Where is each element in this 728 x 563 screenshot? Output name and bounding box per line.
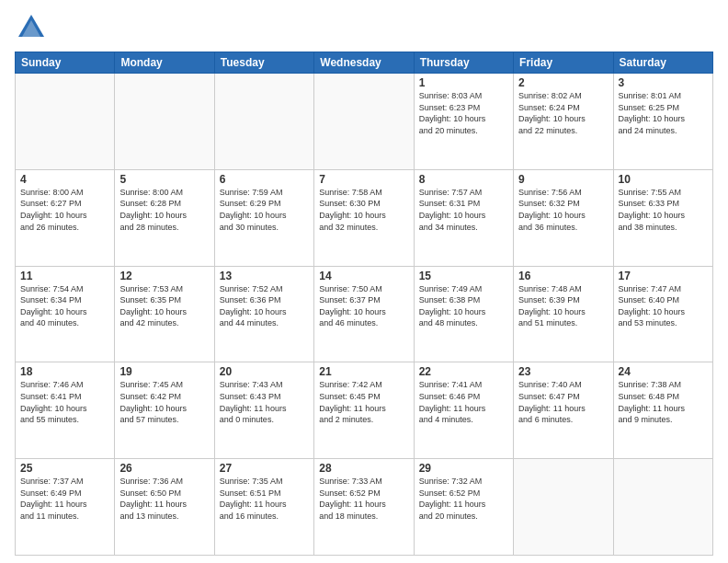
calendar-cell: 23Sunrise: 7:40 AMSunset: 6:47 PMDayligh… [514, 362, 613, 459]
day-number: 24 [619, 365, 708, 378]
day-number: 16 [518, 270, 608, 282]
day-info: Sunrise: 8:03 AMSunset: 6:23 PMDaylight:… [419, 90, 508, 136]
day-info: Sunrise: 7:55 AMSunset: 6:33 PMDaylight:… [619, 187, 708, 233]
calendar-cell: 3Sunrise: 8:01 AMSunset: 6:25 PMDaylight… [613, 74, 712, 170]
day-number: 5 [119, 173, 209, 186]
calendar-cell: 6Sunrise: 7:59 AMSunset: 6:29 PMDaylight… [214, 169, 313, 266]
header [15, 11, 713, 44]
calendar-cell: 5Sunrise: 8:00 AMSunset: 6:28 PMDaylight… [115, 169, 214, 266]
day-number: 18 [20, 365, 109, 378]
day-number: 8 [419, 173, 508, 186]
weekday-header-saturday: Saturday [613, 52, 712, 74]
calendar-cell: 15Sunrise: 7:49 AMSunset: 6:38 PMDayligh… [414, 266, 513, 362]
calendar-cell: 9Sunrise: 7:56 AMSunset: 6:32 PMDaylight… [514, 169, 613, 266]
calendar-cell: 19Sunrise: 7:45 AMSunset: 6:42 PMDayligh… [115, 362, 214, 459]
logo [15, 11, 51, 44]
weekday-header-thursday: Thursday [414, 52, 513, 74]
calendar-cell [314, 74, 414, 170]
calendar-cell: 28Sunrise: 7:33 AMSunset: 6:52 PMDayligh… [314, 459, 414, 556]
weekday-header-friday: Friday [514, 52, 613, 74]
day-info: Sunrise: 8:02 AMSunset: 6:24 PMDaylight:… [518, 90, 608, 136]
day-info: Sunrise: 7:47 AMSunset: 6:40 PMDaylight:… [619, 283, 708, 329]
calendar-cell: 20Sunrise: 7:43 AMSunset: 6:43 PMDayligh… [214, 362, 313, 459]
calendar-cell: 8Sunrise: 7:57 AMSunset: 6:31 PMDaylight… [414, 169, 513, 266]
calendar-week-2: 4Sunrise: 8:00 AMSunset: 6:27 PMDaylight… [16, 169, 713, 266]
day-number: 7 [319, 173, 408, 186]
day-info: Sunrise: 8:01 AMSunset: 6:25 PMDaylight:… [619, 90, 708, 136]
calendar-cell: 21Sunrise: 7:42 AMSunset: 6:45 PMDayligh… [314, 362, 414, 459]
day-number: 27 [220, 462, 309, 475]
day-number: 13 [220, 270, 309, 282]
day-info: Sunrise: 7:43 AMSunset: 6:43 PMDaylight:… [220, 379, 309, 425]
calendar-cell [16, 74, 115, 170]
day-number: 10 [619, 173, 708, 186]
day-info: Sunrise: 7:35 AMSunset: 6:51 PMDaylight:… [220, 476, 309, 522]
day-info: Sunrise: 7:49 AMSunset: 6:38 PMDaylight:… [419, 283, 508, 329]
day-number: 25 [20, 462, 109, 475]
day-info: Sunrise: 7:54 AMSunset: 6:34 PMDaylight:… [20, 283, 109, 329]
day-number: 1 [419, 76, 508, 89]
calendar-cell: 1Sunrise: 8:03 AMSunset: 6:23 PMDaylight… [414, 74, 513, 170]
day-number: 19 [119, 365, 209, 378]
calendar-cell: 16Sunrise: 7:48 AMSunset: 6:39 PMDayligh… [514, 266, 613, 362]
calendar-cell: 11Sunrise: 7:54 AMSunset: 6:34 PMDayligh… [16, 266, 115, 362]
weekday-header-monday: Monday [115, 52, 214, 74]
day-number: 22 [419, 365, 508, 378]
calendar-cell [214, 74, 313, 170]
day-info: Sunrise: 7:59 AMSunset: 6:29 PMDaylight:… [220, 187, 309, 233]
weekday-header-tuesday: Tuesday [214, 52, 313, 74]
calendar-week-3: 11Sunrise: 7:54 AMSunset: 6:34 PMDayligh… [16, 266, 713, 362]
calendar-cell: 12Sunrise: 7:53 AMSunset: 6:35 PMDayligh… [115, 266, 214, 362]
day-info: Sunrise: 7:52 AMSunset: 6:36 PMDaylight:… [220, 283, 309, 329]
calendar-cell: 26Sunrise: 7:36 AMSunset: 6:50 PMDayligh… [115, 459, 214, 556]
day-info: Sunrise: 7:41 AMSunset: 6:46 PMDaylight:… [419, 379, 508, 425]
calendar-cell: 14Sunrise: 7:50 AMSunset: 6:37 PMDayligh… [314, 266, 414, 362]
day-number: 9 [518, 173, 608, 186]
calendar-cell [613, 459, 712, 556]
day-number: 3 [619, 76, 708, 89]
day-number: 15 [419, 270, 508, 282]
calendar-cell: 24Sunrise: 7:38 AMSunset: 6:48 PMDayligh… [613, 362, 712, 459]
day-number: 17 [619, 270, 708, 282]
page: SundayMondayTuesdayWednesdayThursdayFrid… [0, 0, 728, 563]
calendar-cell: 25Sunrise: 7:37 AMSunset: 6:49 PMDayligh… [16, 459, 115, 556]
day-number: 4 [20, 173, 109, 186]
calendar-week-5: 25Sunrise: 7:37 AMSunset: 6:49 PMDayligh… [16, 459, 713, 556]
weekday-header-sunday: Sunday [16, 52, 115, 74]
day-number: 2 [518, 76, 608, 89]
day-number: 29 [419, 462, 508, 475]
calendar-cell: 10Sunrise: 7:55 AMSunset: 6:33 PMDayligh… [613, 169, 712, 266]
day-info: Sunrise: 7:58 AMSunset: 6:30 PMDaylight:… [319, 187, 408, 233]
day-info: Sunrise: 7:33 AMSunset: 6:52 PMDaylight:… [319, 476, 408, 522]
calendar-cell: 7Sunrise: 7:58 AMSunset: 6:30 PMDaylight… [314, 169, 414, 266]
day-number: 20 [220, 365, 309, 378]
day-info: Sunrise: 8:00 AMSunset: 6:27 PMDaylight:… [20, 187, 109, 233]
day-info: Sunrise: 7:32 AMSunset: 6:52 PMDaylight:… [419, 476, 508, 522]
day-number: 28 [319, 462, 408, 475]
calendar: SundayMondayTuesdayWednesdayThursdayFrid… [15, 52, 713, 556]
day-info: Sunrise: 7:36 AMSunset: 6:50 PMDaylight:… [119, 476, 209, 522]
calendar-cell: 2Sunrise: 8:02 AMSunset: 6:24 PMDaylight… [514, 74, 613, 170]
calendar-cell: 22Sunrise: 7:41 AMSunset: 6:46 PMDayligh… [414, 362, 513, 459]
day-info: Sunrise: 7:48 AMSunset: 6:39 PMDaylight:… [518, 283, 608, 329]
calendar-cell [115, 74, 214, 170]
day-number: 23 [518, 365, 608, 378]
calendar-cell: 17Sunrise: 7:47 AMSunset: 6:40 PMDayligh… [613, 266, 712, 362]
calendar-cell: 27Sunrise: 7:35 AMSunset: 6:51 PMDayligh… [214, 459, 313, 556]
calendar-cell [514, 459, 613, 556]
day-number: 12 [119, 270, 209, 282]
day-number: 26 [119, 462, 209, 475]
calendar-cell: 29Sunrise: 7:32 AMSunset: 6:52 PMDayligh… [414, 459, 513, 556]
day-info: Sunrise: 7:37 AMSunset: 6:49 PMDaylight:… [20, 476, 109, 522]
weekday-header-wednesday: Wednesday [314, 52, 414, 74]
day-info: Sunrise: 8:00 AMSunset: 6:28 PMDaylight:… [119, 187, 209, 233]
day-info: Sunrise: 7:53 AMSunset: 6:35 PMDaylight:… [119, 283, 209, 329]
calendar-cell: 18Sunrise: 7:46 AMSunset: 6:41 PMDayligh… [16, 362, 115, 459]
day-info: Sunrise: 7:57 AMSunset: 6:31 PMDaylight:… [419, 187, 508, 233]
day-info: Sunrise: 7:40 AMSunset: 6:47 PMDaylight:… [518, 379, 608, 425]
day-number: 6 [220, 173, 309, 186]
calendar-week-1: 1Sunrise: 8:03 AMSunset: 6:23 PMDaylight… [16, 74, 713, 170]
weekday-header-row: SundayMondayTuesdayWednesdayThursdayFrid… [16, 52, 713, 74]
day-number: 11 [20, 270, 109, 282]
day-info: Sunrise: 7:38 AMSunset: 6:48 PMDaylight:… [619, 379, 708, 425]
